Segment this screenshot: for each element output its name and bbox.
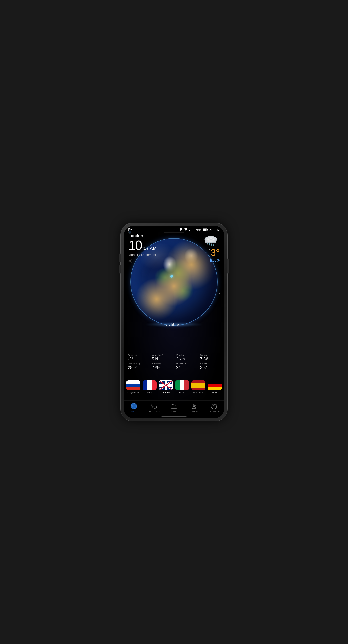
svg-line-19 bbox=[209, 243, 210, 246]
feels-like-value: -2° bbox=[128, 357, 148, 361]
city-name: London bbox=[128, 234, 157, 238]
svg-rect-17 bbox=[205, 240, 216, 243]
svg-point-9 bbox=[132, 259, 133, 260]
time-display: 10 :07 AM bbox=[128, 239, 157, 252]
raindrop-icon bbox=[210, 259, 212, 262]
city-flag-ru bbox=[126, 380, 140, 390]
top-info: London 10 :07 AM Mon, 11 December bbox=[124, 234, 224, 265]
city-label-paris: Paris bbox=[147, 391, 152, 394]
svg-rect-8 bbox=[203, 229, 207, 231]
svg-line-21 bbox=[214, 243, 214, 246]
nav-item-maps[interactable]: MAPS bbox=[166, 403, 182, 413]
svg-line-33 bbox=[152, 404, 152, 405]
wind-label: Wind (m/s) bbox=[152, 354, 172, 356]
wifi-icon bbox=[184, 228, 188, 231]
svg-rect-3 bbox=[191, 229, 191, 231]
power-button[interactable] bbox=[227, 258, 229, 274]
svg-line-18 bbox=[207, 243, 208, 246]
city-flag-fr bbox=[143, 380, 157, 390]
svg-rect-5 bbox=[193, 228, 193, 231]
wind-value: 5 N bbox=[152, 357, 172, 361]
city-flag-it bbox=[175, 380, 189, 390]
city-item-ulyanovsk[interactable]: * Ulyanovsk bbox=[126, 380, 140, 394]
nav-item-settings[interactable]: SETTINGS bbox=[207, 403, 222, 413]
forecast-icon bbox=[150, 403, 157, 410]
city-label-rome: Rome bbox=[179, 391, 185, 394]
stat-sunrise: Sunrise 7:56 Sunset 3:51 bbox=[198, 353, 222, 371]
precipitation: 60% bbox=[202, 258, 220, 262]
maps-nav-label: MAPS bbox=[171, 411, 177, 413]
city-item-paris[interactable]: Paris bbox=[143, 380, 157, 394]
sunrise-label: Sunrise bbox=[200, 354, 220, 356]
status-right: 89% 2:07 PM bbox=[179, 228, 220, 232]
svg-point-11 bbox=[129, 260, 130, 262]
city-item-rome[interactable]: Rome bbox=[175, 380, 189, 394]
svg-line-13 bbox=[130, 262, 132, 262]
maps-icon bbox=[170, 403, 178, 410]
city-item-barcelona[interactable]: Barcelona bbox=[191, 380, 205, 394]
location-time: London 10 :07 AM Mon, 11 December bbox=[128, 234, 157, 265]
battery-icon bbox=[203, 228, 208, 231]
city-item-berlin[interactable]: Berlin bbox=[208, 380, 222, 394]
svg-point-35 bbox=[153, 406, 157, 408]
precipitation-value: 60% bbox=[213, 258, 220, 262]
cities-nav-label: CITIES bbox=[191, 411, 198, 413]
nav-item-forecast[interactable]: FORECAST bbox=[146, 403, 162, 413]
humidity-label: Humidity bbox=[152, 362, 172, 365]
nav-item-home[interactable]: HOME bbox=[126, 403, 141, 413]
maps-nav-icon bbox=[170, 403, 178, 410]
forecast-nav-icon bbox=[150, 403, 157, 410]
camera-icon bbox=[128, 231, 131, 234]
location-icon bbox=[179, 228, 182, 232]
svg-rect-4 bbox=[192, 229, 192, 231]
feels-like-label: Feels like bbox=[128, 354, 148, 356]
cities-nav-icon bbox=[191, 403, 198, 410]
city-label-london: London bbox=[162, 391, 170, 394]
visibility-label: Visibility bbox=[176, 354, 196, 356]
city-label-berlin: Berlin bbox=[212, 391, 217, 394]
weather-right: 3° 60% bbox=[202, 234, 220, 262]
city-flag-uk bbox=[159, 380, 173, 390]
home-nav-icon bbox=[130, 403, 137, 410]
weather-stats: Feels like -2° Pressure (") 28.91 Wind (… bbox=[124, 353, 224, 371]
location-dot bbox=[170, 275, 173, 278]
visibility-value: 2 km bbox=[176, 357, 196, 361]
city-label-ulyanovsk: * Ulyanovsk bbox=[127, 391, 139, 394]
svg-point-39 bbox=[194, 405, 195, 406]
status-time: 2:07 PM bbox=[209, 228, 220, 231]
settings-icon bbox=[211, 403, 218, 410]
settings-nav-icon bbox=[211, 403, 218, 410]
globe-nav-icon bbox=[130, 403, 137, 410]
pressure-label: Pressure (") bbox=[128, 362, 148, 365]
time-hour: 10 bbox=[128, 239, 142, 252]
svg-point-1 bbox=[129, 228, 130, 229]
stat-feels-like: Feels like -2° Pressure (") 28.91 bbox=[126, 353, 150, 371]
volume-up-button[interactable] bbox=[119, 253, 121, 262]
city-item-london[interactable]: London bbox=[159, 380, 173, 394]
humidity-value: 77% bbox=[152, 365, 172, 370]
svg-point-38 bbox=[193, 404, 195, 407]
weather-condition: Light rain bbox=[165, 322, 183, 326]
svg-point-10 bbox=[132, 262, 133, 263]
stat-visibility: Visibility 2 km Dew Point 2° bbox=[174, 353, 198, 371]
sunset-value: 3:51 bbox=[200, 365, 220, 370]
volume-down-button[interactable] bbox=[119, 265, 121, 274]
sunrise-value: 7:56 bbox=[200, 357, 220, 361]
speaker bbox=[164, 232, 184, 233]
nav-item-cities[interactable]: CITIES bbox=[186, 403, 202, 413]
battery-text: 89% bbox=[196, 228, 201, 231]
home-nav-label: HOME bbox=[131, 411, 137, 413]
stat-wind: Wind (m/s) 5 N Humidity 77% bbox=[150, 353, 174, 371]
svg-rect-7 bbox=[207, 229, 208, 231]
svg-point-40 bbox=[213, 405, 215, 407]
city-label-barcelona: Barcelona bbox=[193, 391, 204, 394]
dew-point-value: 2° bbox=[176, 365, 196, 370]
phone-device: 89% 2:07 PM London 10 bbox=[121, 223, 227, 421]
home-indicator bbox=[161, 416, 187, 417]
dew-point-label: Dew Point bbox=[176, 362, 196, 365]
svg-line-20 bbox=[211, 243, 212, 246]
sunset-label: Sunset bbox=[200, 362, 220, 365]
settings-nav-label: SETTINGS bbox=[209, 411, 220, 413]
signal-icon bbox=[189, 228, 194, 231]
share-icon[interactable] bbox=[128, 259, 157, 265]
